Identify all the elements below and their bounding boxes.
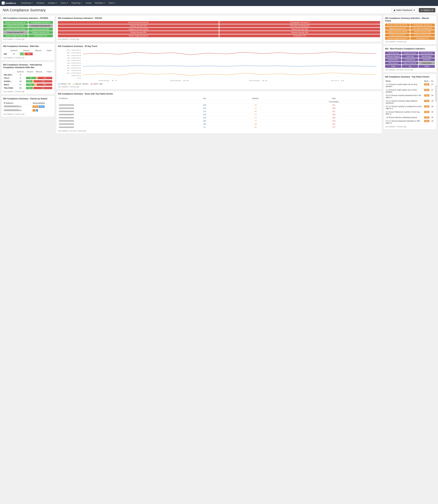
switch-dashboard-button[interactable]: ▦ Switch Dashboard ▼ [391, 8, 417, 12]
host-high-4[interactable]: 306 [288, 116, 380, 119]
failed-badge-5[interactable]: Network Security (NS) [219, 28, 380, 31]
host-medium-4[interactable]: 13 [224, 116, 288, 119]
brand[interactable]: t tenable.sc [2, 1, 16, 4]
manual-badge-2[interactable]: Gateway Security (GS) [385, 27, 410, 30]
bp-badge-12[interactable]: Audit [385, 65, 401, 68]
nav-dashboard[interactable]: Dashboard ▼ [20, 0, 35, 6]
failed-badge-1[interactable]: Cryptographic Security (C [219, 21, 380, 24]
passed-badge-0[interactable]: Access Control Security (A [3, 21, 28, 24]
failed-check-name-7[interactable]: 5.4.1.1 Ensure password expiration is 36… [385, 119, 424, 125]
manual-badge-8[interactable]: System Usage Security (S [385, 37, 410, 40]
host-ip-2[interactable] [58, 110, 186, 113]
host-medium-3[interactable]: 13 [224, 113, 288, 116]
host-info-2[interactable]: 141 [186, 110, 224, 113]
manual-badge-4[interactable]: Logging & Security, Monito [385, 30, 410, 33]
failed-check-name-4[interactable]: 4.2.1.4 Ensure rsyslog is configured to … [385, 105, 424, 110]
host-info-1[interactable]: 293 [186, 107, 224, 110]
bp-badge-14[interactable]: Collect [419, 65, 435, 68]
host-ip-7[interactable] [58, 126, 186, 129]
failed-check-name-0[interactable]: 1.1.4 Ensure nosuid option set on /tmp p… [385, 83, 424, 88]
host-info-0[interactable]: 290 [186, 103, 224, 107]
failed-badge-6[interactable]: Product Security (PR) [58, 31, 219, 34]
manual-badge-1[interactable]: Cryptographic Security (C [410, 23, 435, 26]
failed-check-name-1[interactable]: 1.1.3 Ensure nodev option set on /tmp pa… [385, 88, 424, 94]
bp-badge-11[interactable]: Group Policy [419, 62, 435, 65]
nav-assets[interactable]: Assets [84, 0, 93, 6]
host-medium-2[interactable]: 90 [224, 110, 288, 113]
host-info-6[interactable]: 249 [186, 123, 224, 126]
bp-badge-0[interactable]: Guest Account [385, 52, 401, 55]
nav-reporting[interactable]: Reporting ▼ [70, 0, 84, 6]
passed-badge-3[interactable]: Information Exchange (IE) [28, 24, 53, 27]
passed-badge-9[interactable]: Virtualization (VL) [28, 34, 53, 37]
nav-analysis[interactable]: Analysis ▼ [46, 0, 59, 6]
host-medium-5[interactable]: 14 [224, 119, 288, 123]
nav-users[interactable]: Users ▼ [107, 0, 117, 6]
host-info-5[interactable]: 260 [186, 119, 224, 123]
bp-badge-6[interactable]: Authentication [385, 58, 401, 61]
host-high-6[interactable]: 301 [288, 123, 380, 126]
failed-badge-0[interactable]: Access Control Security (A [58, 21, 219, 24]
bp-badge-10[interactable]: Blank Passwords [402, 62, 418, 65]
bp-badge-8[interactable]: Restricted [419, 58, 435, 61]
bp-badge-13[interactable]: Log [402, 65, 418, 68]
bp-badge-9[interactable]: Deny Access [385, 62, 401, 65]
scroll-bar[interactable] [435, 85, 437, 101]
nav-scans[interactable]: Scans ▼ [59, 0, 70, 6]
host-ip-0[interactable] [58, 103, 186, 107]
failed-badge-4[interactable]: Logging & Security, Monito [58, 28, 219, 31]
failed-badge-2[interactable]: Gateway Security (GS) [58, 24, 219, 27]
nav-solutions[interactable]: Solutions [34, 0, 46, 6]
bp-badge-5[interactable]: Administrator [419, 55, 435, 58]
failed-check-name-2[interactable]: 5.4.1.4 Ensure inactive password lock is… [385, 94, 424, 99]
host-high-0[interactable]: 357 [288, 103, 380, 107]
bp-badge-1[interactable]: Disable Unneces [402, 52, 418, 55]
host-ip-blur-6 [59, 123, 74, 125]
passed-badge-2[interactable]: Gateway Security (GS) [3, 24, 28, 27]
host-ip-1[interactable] [58, 107, 186, 110]
failed-col-sev: Seve... [424, 79, 431, 83]
passed-badge-7[interactable]: Software Security (SS) [28, 31, 53, 34]
passed-badge-8[interactable]: System Usage Security (S [3, 34, 28, 37]
host-ip-6[interactable] [58, 123, 186, 126]
bp-badge-3[interactable]: Windows Registry [385, 55, 401, 58]
passed-badge-6[interactable]: Product Security (PR) [3, 31, 28, 34]
host-ip-4[interactable] [58, 116, 186, 119]
manual-badge-5[interactable]: Network Security (NS) [410, 30, 435, 33]
legend-manual: Manual - Medium [73, 83, 88, 85]
host-medium-7[interactable]: 68 [224, 126, 288, 129]
manual-badge-6[interactable]: Product Security (PR) [385, 34, 410, 36]
bp-badge-4[interactable]: Local User [402, 55, 418, 58]
host-info-4[interactable]: 260 [186, 116, 224, 119]
failed-badge-3[interactable]: Information Exchange (IE) [219, 24, 380, 27]
manual-badge-3[interactable]: Information Exchange (IE) [410, 27, 435, 30]
passed-badge-5[interactable]: Network Security (NS) [28, 28, 53, 31]
manual-badge-7[interactable]: Software Security (SS) [410, 34, 435, 36]
host-ip-3[interactable] [58, 113, 186, 116]
failed-badge-8[interactable]: System Usage Security (S [58, 34, 219, 37]
bp-badge-2[interactable]: File Permissions [419, 52, 435, 55]
host-info-3[interactable]: 258 [186, 113, 224, 116]
failed-check-name-5[interactable]: 5.1 Ensure 'Maximum number of error log … [385, 110, 424, 116]
options-button[interactable]: ⚙ Options ▼ [419, 8, 435, 12]
host-medium-0[interactable]: 18 [224, 103, 288, 107]
host-high-7[interactable]: 277 [288, 126, 380, 129]
host-info-7[interactable]: 41 [186, 126, 224, 129]
failed-check-name-6[interactable]: 1.4 Ensure that the underlying Internet [385, 116, 424, 119]
failed-badge-9[interactable]: Virtualization (VL) [219, 34, 380, 37]
host-medium-1[interactable]: 17 [224, 107, 288, 110]
host-high-1[interactable]: 354 [288, 107, 380, 110]
failed-check-name-3[interactable]: 5.4.1.2 Ensure minimum days between pass… [385, 99, 424, 105]
passed-badge-4[interactable]: Logging & Security, Monito [3, 28, 28, 31]
host-high-3[interactable]: 308 [288, 113, 380, 116]
nav-workflow[interactable]: Workflow ▼ [93, 0, 107, 6]
host-ip-5[interactable] [58, 119, 186, 123]
bp-badge-7[interactable]: Unauthorized [402, 58, 418, 61]
host-high-5[interactable]: 304 [288, 119, 380, 123]
manual-badge-9[interactable]: Virtualization (VL) [410, 37, 435, 40]
host-medium-6[interactable]: 167 [224, 123, 288, 126]
passed-badge-1[interactable]: Cryptographic Security (C [28, 21, 53, 24]
manual-badge-0[interactable]: Access Control Security (A [385, 23, 410, 26]
host-high-2[interactable]: 311 [288, 110, 380, 113]
failed-badge-7[interactable]: Software Security (SS) [219, 31, 380, 34]
